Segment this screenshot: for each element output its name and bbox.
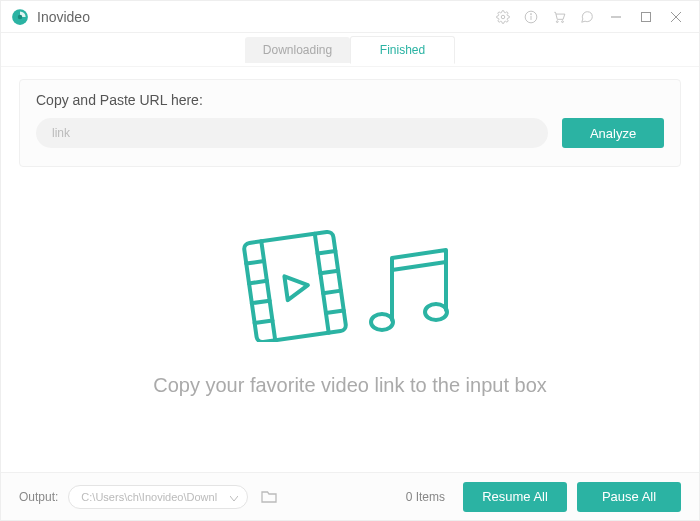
svg-point-26 [425,304,447,320]
svg-line-17 [252,301,270,304]
svg-point-6 [556,20,558,22]
svg-point-2 [501,15,505,19]
url-row: Analyze [36,118,664,148]
window-minimize-button[interactable] [601,3,631,31]
svg-line-13 [261,241,275,340]
app-title: Inovideo [37,9,90,25]
svg-rect-12 [243,231,346,342]
svg-line-15 [246,261,264,264]
url-input[interactable] [36,118,548,148]
app-logo-icon [11,8,29,26]
svg-line-24 [392,262,446,270]
svg-line-22 [326,310,344,313]
empty-state: Copy your favorite video link to the inp… [1,167,699,472]
empty-message: Copy your favorite video link to the inp… [153,374,547,397]
svg-marker-23 [284,273,309,300]
tabs: Downloading Finished [1,33,699,67]
svg-point-5 [531,13,532,14]
svg-line-14 [315,234,329,333]
svg-rect-9 [642,12,651,21]
resume-all-button[interactable]: Resume All [463,482,567,512]
svg-line-21 [323,291,341,294]
window-maximize-button[interactable] [631,3,661,31]
svg-point-25 [371,314,393,330]
browse-folder-button[interactable] [258,486,280,508]
analyze-button[interactable]: Analyze [562,118,664,148]
url-panel: Copy and Paste URL here: Analyze [19,79,681,167]
svg-line-19 [318,251,336,254]
app-window: Inovideo Downloading Finished Copy and P… [0,0,700,521]
window-close-button[interactable] [661,3,691,31]
footer: Output: 0 Items Resume All Pause All [1,472,699,520]
tab-downloading[interactable]: Downloading [245,37,350,63]
output-path-wrap [68,485,248,509]
output-label: Output: [19,490,58,504]
empty-illustration [240,222,460,346]
tab-finished[interactable]: Finished [350,36,455,64]
svg-point-7 [562,20,564,22]
cart-icon[interactable] [545,3,573,31]
svg-point-1 [18,14,23,19]
items-count: 0 Items [406,490,445,504]
svg-line-18 [255,320,273,323]
svg-line-20 [320,271,338,274]
info-icon[interactable] [517,3,545,31]
url-label: Copy and Paste URL here: [36,92,664,108]
titlebar: Inovideo [1,1,699,33]
settings-icon[interactable] [489,3,517,31]
feedback-icon[interactable] [573,3,601,31]
pause-all-button[interactable]: Pause All [577,482,681,512]
svg-line-16 [249,281,267,284]
output-path-field[interactable] [68,485,248,509]
